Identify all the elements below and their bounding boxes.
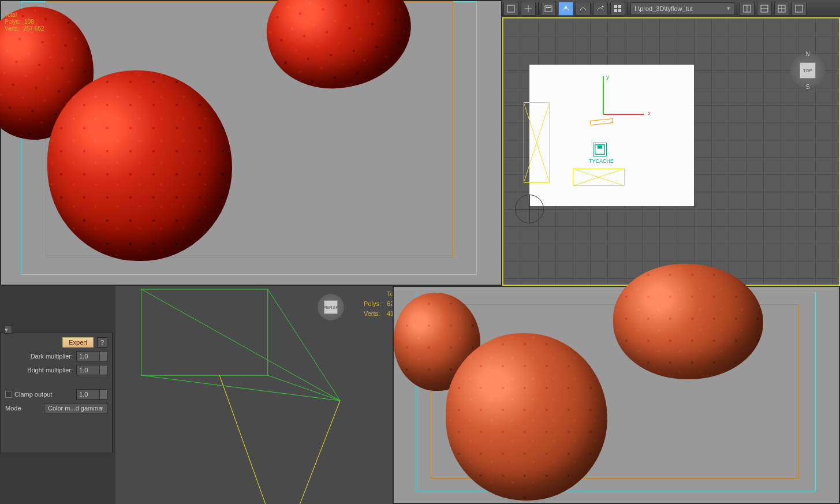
svg-rect-2	[546, 7, 551, 8]
preview-viewport[interactable]	[393, 286, 840, 504]
render-presets-button[interactable]	[610, 2, 625, 16]
render-dialog-button[interactable]	[541, 2, 556, 16]
stats-header: Total	[5, 12, 17, 18]
cross-icon	[524, 103, 549, 182]
expert-button[interactable]: Expert	[62, 337, 94, 348]
svg-rect-1	[545, 6, 552, 12]
clamp-output-spinner[interactable]: 1.0	[76, 389, 107, 400]
svg-rect-0	[507, 5, 514, 12]
toolbar-separator	[628, 2, 628, 15]
viewcube-south: S	[806, 84, 810, 90]
render-production-button[interactable]	[558, 2, 573, 16]
svg-rect-6	[618, 5, 621, 8]
svg-rect-15	[141, 289, 268, 375]
render-frame-button[interactable]	[521, 2, 536, 16]
render-setup-button[interactable]	[503, 2, 518, 16]
viewport-stats: Total Polys: 108 Verts: 257 652	[5, 12, 44, 32]
workspace-dropdown[interactable]: I:\prod_3D\tyflow_tut	[630, 2, 734, 15]
axis-y	[603, 76, 604, 114]
raspberry-mesh	[47, 70, 232, 261]
stats-polys-value: 108	[24, 18, 34, 25]
svg-rect-8	[618, 9, 621, 12]
svg-rect-7	[614, 9, 617, 12]
clamp-output-checkbox[interactable]	[5, 391, 12, 398]
panel-layout-button[interactable]	[740, 2, 755, 16]
workspace-value: I:\prod_3D\tyflow_tut	[634, 5, 693, 12]
render-iterative-button[interactable]	[576, 2, 591, 16]
tycache-icon[interactable]	[593, 143, 607, 156]
svg-point-3	[565, 6, 567, 9]
top-viewport[interactable]: N TOP S	[502, 17, 840, 286]
axis-gizmo[interactable]	[566, 76, 641, 151]
svg-rect-5	[614, 5, 617, 8]
axis-x	[603, 114, 644, 115]
mode-dropdown[interactable]: Color m...d gamma	[44, 403, 107, 413]
wireframe-area: Expert ? Dark multiplier: 1.0 Bright mul…	[0, 286, 393, 504]
camera-frustum	[127, 286, 358, 504]
main-toolbar-area: I:\prod_3D\tyflow_tut N TOP S	[502, 0, 840, 286]
bright-multiplier-spinner[interactable]: 1.0	[76, 365, 107, 375]
svg-rect-12	[796, 5, 802, 12]
toolbar-separator	[538, 2, 539, 15]
svg-rect-14	[598, 145, 602, 149]
stats-verts-value: 257 652	[23, 25, 44, 32]
rollout-arrow[interactable]	[4, 326, 12, 334]
camera-helper[interactable]	[573, 169, 625, 186]
cross-icon	[573, 169, 624, 185]
perspective-viewport[interactable]: PERSP	[115, 286, 393, 504]
save-icon	[593, 143, 606, 156]
help-button[interactable]: ?	[97, 337, 107, 348]
toolbar-separator	[737, 2, 737, 15]
polystats-polys-label: Polys:	[364, 300, 386, 308]
dark-multiplier-label: Dark multiplier:	[5, 353, 73, 360]
main-toolbar: I:\prod_3D\tyflow_tut	[502, 0, 840, 17]
panel-layout-button[interactable]	[757, 2, 772, 16]
stats-verts-label: Verts:	[5, 25, 20, 32]
svg-point-4	[602, 5, 604, 7]
dark-multiplier-spinner[interactable]: 1.0	[76, 351, 107, 361]
color-mapping-panel: Expert ? Dark multiplier: 1.0 Bright mul…	[0, 332, 113, 453]
panel-layout-button[interactable]	[792, 2, 807, 16]
raspberry-mesh	[613, 264, 763, 379]
polystats-verts-label: Verts:	[364, 309, 386, 318]
clamp-output-label: Clamp output	[14, 391, 52, 398]
compass-helper[interactable]	[515, 195, 544, 223]
mode-label: Mode	[5, 405, 40, 412]
panel-layout-button[interactable]	[774, 2, 789, 16]
bright-multiplier-label: Bright multiplier:	[5, 367, 73, 374]
viewcube-north: N	[805, 51, 809, 57]
camera-helper[interactable]	[524, 102, 550, 183]
render-active-shade-button[interactable]	[593, 2, 608, 16]
viewcube-face[interactable]: TOP	[800, 62, 816, 79]
stats-polys-label: Polys:	[5, 18, 20, 25]
render-viewport[interactable]: Total Polys: 108 Verts: 257 652	[0, 0, 502, 286]
viewcube[interactable]: N TOP S	[790, 53, 825, 88]
raspberry-mesh	[446, 333, 607, 501]
